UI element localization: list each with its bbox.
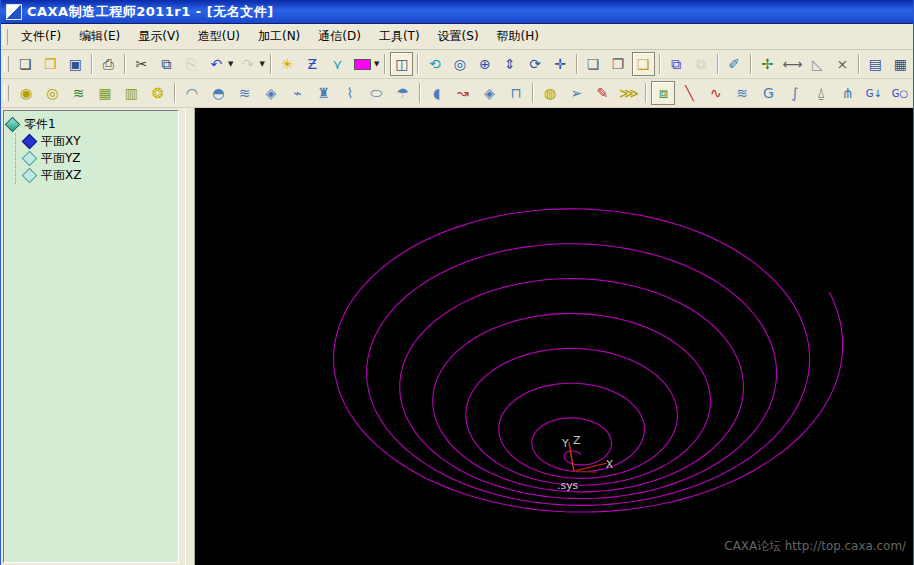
grid-rough-icon[interactable]: ▦ <box>93 81 117 105</box>
param-line-finish-icon[interactable]: ◠ <box>180 81 204 105</box>
zoom-in-icon[interactable]: ⊕ <box>473 52 496 76</box>
redo-icon-dropdown[interactable]: ▼ <box>259 60 264 68</box>
redo-icon[interactable]: ↷ <box>236 52 259 76</box>
toolbar-separator <box>384 54 386 74</box>
layer-front-icon[interactable]: ⧉ <box>665 52 688 76</box>
menu-edit[interactable]: 编辑(E) <box>70 25 129 48</box>
menu-view[interactable]: 显示(V) <box>129 25 189 48</box>
color-picker-swatch-dropdown[interactable]: ▼ <box>374 60 379 68</box>
tree-item-plane-1[interactable]: 平面YZ <box>24 150 175 167</box>
ribbon-finish-icon[interactable]: ⌁ <box>285 81 309 105</box>
layer-back-icon[interactable]: ⧉ <box>690 52 713 76</box>
color-picker-swatch[interactable] <box>351 52 374 76</box>
tree-item-label: 零件1 <box>24 116 56 133</box>
hidden-line-display-icon[interactable]: ❐ <box>607 52 630 76</box>
panel-toggle-icon[interactable]: ◫ <box>390 52 413 76</box>
groove-machining-icon[interactable]: ⊓ <box>504 81 528 105</box>
paste-icon[interactable]: ⎘ <box>180 52 203 76</box>
material-icon[interactable]: Ƶ <box>301 52 324 76</box>
document-edit-icon[interactable]: ▦ <box>889 52 912 76</box>
region-rough-icon[interactable]: ◉ <box>14 81 38 105</box>
menu-help[interactable]: 帮助(H) <box>488 25 548 48</box>
undo-icon-dropdown[interactable]: ▼ <box>228 60 233 68</box>
cut-icon[interactable]: ✂ <box>130 52 153 76</box>
contour-rough-icon[interactable]: ◎ <box>40 81 64 105</box>
coil-finish-icon[interactable]: ⌇ <box>338 81 362 105</box>
save-file-icon[interactable]: ▣ <box>64 52 87 76</box>
new-file-icon[interactable]: ❏ <box>14 52 37 76</box>
chamfer-icon[interactable]: ⋙ <box>617 81 641 105</box>
zoom-dynamic-icon[interactable]: ⇕ <box>498 52 521 76</box>
copy-icon[interactable]: ⧉ <box>155 52 178 76</box>
tower-finish-icon[interactable]: ♜ <box>311 81 335 105</box>
curve-check-icon[interactable]: ↝ <box>451 81 475 105</box>
plane-icon <box>22 151 38 167</box>
gcode-post-icon[interactable]: G↓ <box>862 81 886 105</box>
axis-label-sys: .sys <box>557 479 579 492</box>
model-viewport[interactable]: YZX.sysCAXA论坛 http://top.caxa.com/ <box>195 108 913 565</box>
panel-splitter[interactable] <box>185 108 195 565</box>
toolbar-grip[interactable] <box>4 85 9 101</box>
fan-red-icon[interactable]: ∿ <box>704 81 728 105</box>
mushroom-finish-icon[interactable]: ☂ <box>390 81 414 105</box>
filter-icon[interactable]: ⋎ <box>326 52 349 76</box>
disc-finish-icon[interactable]: ⬭ <box>364 81 388 105</box>
coordinate-axes-icon[interactable]: ✢ <box>756 52 779 76</box>
measure-angle-icon[interactable]: ◺ <box>806 52 829 76</box>
menu-grip[interactable] <box>3 29 8 45</box>
fan-blue-icon[interactable]: ≋ <box>730 81 754 105</box>
menu-machine[interactable]: 加工(N) <box>249 25 309 48</box>
line-cut-icon[interactable]: ╲ <box>677 81 701 105</box>
measure-distance-icon[interactable]: ⟷ <box>781 52 804 76</box>
pan-view-icon[interactable]: ✛ <box>549 52 572 76</box>
toolbar-grip[interactable] <box>4 56 9 72</box>
standard-toolbar: ❏❐▣⎙✂⧉⎘↶▼↷▼☀Ƶ⋎▼◫⟲◎⊕⇕⟳✛❏❐❑⧉⧉✐✢⟷◺⨯▤▦ <box>1 50 913 79</box>
plane-icon <box>22 168 38 184</box>
gcode-check-icon[interactable]: G○ <box>888 81 912 105</box>
tree-item-plane-0[interactable]: 平面XY <box>24 133 175 150</box>
scanline-finish-icon[interactable]: ≋ <box>232 81 256 105</box>
undo-icon[interactable]: ↶ <box>205 52 228 76</box>
tree-item-part[interactable]: 零件1 <box>7 116 175 133</box>
viewport-canvas[interactable]: YZX.sysCAXA论坛 http://top.caxa.com/ <box>195 108 913 565</box>
gem-machining-icon[interactable]: ◈ <box>477 81 501 105</box>
render-mode-icon[interactable]: ☀ <box>276 52 299 76</box>
guide-arrow-icon[interactable]: ➢ <box>564 81 588 105</box>
rotate-view-icon[interactable]: ⟳ <box>523 52 546 76</box>
drop-finish-icon[interactable]: ◈ <box>259 81 283 105</box>
spiral-curve <box>334 209 843 512</box>
open-file-icon[interactable]: ❐ <box>39 52 62 76</box>
menu-file[interactable]: 文件(F) <box>12 25 70 48</box>
redraw-icon[interactable]: ⟲ <box>423 52 446 76</box>
wireframe-display-icon[interactable]: ❏ <box>582 52 605 76</box>
g-letter-icon[interactable]: Ǥ <box>756 81 780 105</box>
toolbar-separator <box>858 54 860 74</box>
s-curve-icon[interactable]: ∫ <box>783 81 807 105</box>
tree-item-plane-2[interactable]: 平面XZ <box>24 167 175 184</box>
menu-tools[interactable]: 工具(T) <box>370 25 429 48</box>
spiral-machining-icon[interactable]: ◍ <box>538 81 562 105</box>
swing-rough-icon[interactable]: ❂ <box>145 81 169 105</box>
delete-element-icon[interactable]: ⨯ <box>831 52 854 76</box>
tree-children: 平面XY平面YZ平面XZ <box>15 133 175 184</box>
multi-curve-icon[interactable]: ⋔ <box>835 81 859 105</box>
tool-setup-icon[interactable]: ⍙ <box>809 81 833 105</box>
square-spiral-icon[interactable]: ⧈ <box>651 81 675 105</box>
shaded-display-icon[interactable]: ❑ <box>632 52 655 76</box>
app-window: CAXA制造工程师2011r1 - [无名文件] 文件(F)编辑(E)显示(V)… <box>0 0 914 565</box>
toolbar-separator <box>417 54 419 74</box>
engrave-icon[interactable]: ✎ <box>590 81 614 105</box>
plunge-rough-icon[interactable]: ▥ <box>119 81 143 105</box>
contour-finish-icon[interactable]: ◓ <box>206 81 230 105</box>
track-list-icon[interactable]: ▤ <box>864 52 887 76</box>
menu-model[interactable]: 造型(U) <box>189 25 249 48</box>
print-icon[interactable]: ⎙ <box>97 52 120 76</box>
toolbar-separator <box>270 54 272 74</box>
menu-settings[interactable]: 设置(S) <box>429 25 488 48</box>
zoom-window-icon[interactable]: ◎ <box>448 52 471 76</box>
menu-comm[interactable]: 通信(D) <box>309 25 370 48</box>
feature-tree-panel: 零件1 平面XY平面YZ平面XZ <box>3 110 179 563</box>
shell-machining-icon[interactable]: ◖ <box>425 81 449 105</box>
scanline-rough-icon[interactable]: ≋ <box>67 81 91 105</box>
curvature-brush-icon[interactable]: ✐ <box>723 52 746 76</box>
